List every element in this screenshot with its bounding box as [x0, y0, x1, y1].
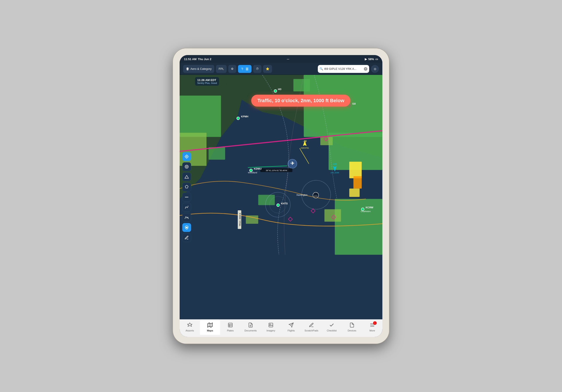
favorites-button[interactable]: ⭐: [263, 65, 272, 73]
map-time: 11:26 AM EDT: [197, 78, 217, 82]
sentry-status: Sentry Plus, Good: [197, 82, 217, 84]
maps-label: Maps: [207, 329, 213, 332]
svg-rect-15: [353, 176, 362, 189]
tab-checklist[interactable]: Checklist: [322, 320, 342, 335]
imagery-label: Imagery: [267, 329, 275, 332]
devices-icon: [349, 322, 355, 329]
svg-text:AWI3781: AWI3781: [301, 147, 309, 149]
tab-more[interactable]: 1 More: [362, 320, 382, 335]
search-clear-button[interactable]: ✕: [364, 67, 367, 71]
svg-rect-13: [320, 137, 333, 145]
airports-icon: [187, 322, 192, 329]
svg-text:KPMH: KPMH: [241, 115, 248, 118]
svg-rect-21: [324, 209, 341, 222]
scratchpads-label: ScratchPads: [304, 329, 318, 332]
svg-text:I18: I18: [352, 102, 356, 105]
svg-point-64: [186, 156, 187, 157]
svg-point-63: [185, 155, 188, 158]
map-area[interactable]: ✈ 38°41.10'N 81°35.46'W -10 AWI3781 +20 …: [180, 75, 382, 319]
traffic-alert-banner: Traffic, 10 o'clock, 2nm, 1000 ft Below: [251, 95, 351, 107]
svg-text:KCRW: KCRW: [366, 206, 373, 209]
toolbar: Aero & Category FPL ⚙ ⏱ ⭐: [180, 63, 382, 75]
svg-point-46: [237, 117, 240, 120]
time-display: 11:51 AM: [184, 57, 197, 61]
status-bar: 11:51 AM Thu Jun 2 ··· ▶ 58% ▭: [180, 55, 382, 63]
timer-icon: ⏱: [256, 67, 259, 70]
tab-scratchpads[interactable]: ScratchPads: [301, 320, 322, 335]
svg-point-44: [274, 90, 277, 92]
svg-rect-20: [335, 199, 382, 255]
svg-text:35: 35: [186, 227, 187, 228]
polygon-tool-button[interactable]: [182, 183, 191, 191]
tab-documents[interactable]: Documents: [240, 320, 261, 335]
svg-text:Huntington: Huntington: [296, 194, 307, 196]
recenter-tool-button[interactable]: [182, 162, 191, 171]
compass-button[interactable]: ◎: [371, 65, 379, 73]
pen-tool-button[interactable]: [182, 233, 191, 242]
location-arrow-icon: ▶: [365, 57, 367, 61]
line-tool-button[interactable]: [182, 193, 191, 202]
svg-point-69: [185, 165, 188, 168]
tab-airports[interactable]: Airports: [180, 320, 200, 335]
filter-button[interactable]: [238, 65, 251, 73]
svg-marker-72: [185, 185, 188, 188]
svg-text:KDWU: KDWU: [254, 167, 262, 170]
tab-bar: Airports Maps: [180, 319, 382, 337]
svg-rect-78: [228, 323, 232, 327]
plates-icon: [228, 322, 233, 329]
layers-label: Aero & Category: [190, 67, 211, 70]
more-label: More: [369, 329, 375, 332]
svg-marker-75: [208, 323, 212, 327]
svg-text:KHTS: KHTS: [281, 202, 288, 205]
more-badge: 1: [373, 321, 377, 325]
traffic-alert-text: Traffic, 10 o'clock, 2nm, 1000 ft Below: [258, 98, 344, 103]
maps-icon: [207, 322, 213, 329]
svg-rect-19: [209, 147, 225, 160]
terrain-tool-button[interactable]: [182, 213, 191, 222]
flights-label: Flights: [288, 329, 295, 332]
imagery-icon: [268, 322, 273, 329]
star-clock-icon: ⭐: [266, 67, 269, 70]
path-tool-button[interactable]: [182, 203, 191, 212]
checklist-icon: [329, 322, 334, 329]
svg-text:TRSA: 2500-6: TRSA: 2500-6: [239, 213, 241, 226]
status-right: ▶ 58% ▭: [365, 57, 378, 61]
shield-tool-button[interactable]: 35: [182, 223, 191, 232]
scratchpads-icon: [309, 322, 314, 329]
svg-rect-14: [349, 162, 362, 178]
search-input[interactable]: [324, 67, 363, 70]
svg-point-41: [313, 192, 319, 198]
fpl-button[interactable]: FPL: [216, 65, 227, 73]
svg-text:✈: ✈: [291, 161, 294, 166]
fpl-label: FPL: [219, 67, 224, 70]
svg-rect-17: [180, 96, 221, 137]
svg-point-70: [186, 166, 187, 168]
ipad-screen: 11:51 AM Thu Jun 2 ··· ▶ 58% ▭ Aero & Ca…: [180, 55, 382, 337]
tab-devices[interactable]: Devices: [342, 320, 362, 335]
svg-text:Charleston: Charleston: [361, 210, 371, 213]
flights-icon: [289, 322, 294, 329]
tab-maps[interactable]: Maps: [200, 320, 220, 335]
target-tool-button[interactable]: [182, 152, 191, 161]
battery-percentage: 58%: [368, 57, 374, 61]
battery-icon: ▭: [375, 57, 378, 61]
settings-button[interactable]: ⚙: [228, 65, 236, 73]
ipad-frame: 11:51 AM Thu Jun 2 ··· ▶ 58% ▭ Aero & Ca…: [173, 48, 389, 344]
layers-button[interactable]: Aero & Category: [183, 65, 214, 73]
documents-icon: [248, 322, 253, 329]
tab-imagery[interactable]: Imagery: [261, 320, 281, 335]
triangle-tool-button[interactable]: [182, 172, 191, 181]
svg-rect-16: [349, 189, 360, 197]
svg-text:AAL1548: AAL1548: [331, 172, 339, 174]
status-center: ···: [287, 57, 289, 61]
tab-plates[interactable]: Plates: [220, 320, 240, 335]
date-display: Thu Jun 2: [198, 57, 211, 61]
tab-flights[interactable]: Flights: [281, 320, 301, 335]
svg-text:Woodland: Woodland: [248, 172, 257, 174]
compass-icon: ◎: [374, 67, 376, 70]
status-time: 11:51 AM Thu Jun 2: [184, 57, 211, 61]
devices-label: Devices: [348, 329, 356, 332]
timer-button[interactable]: ⏱: [253, 65, 261, 73]
search-bar[interactable]: 🔍 ✕: [318, 65, 369, 73]
plates-label: Plates: [227, 329, 234, 332]
